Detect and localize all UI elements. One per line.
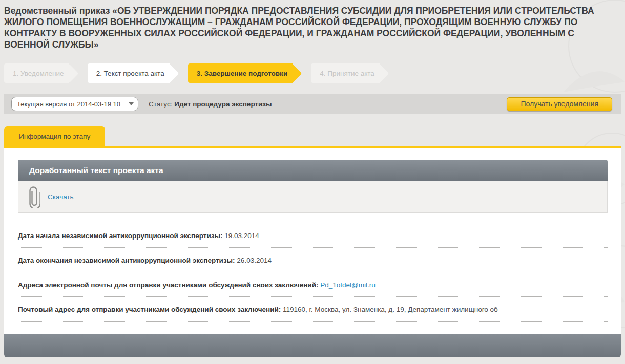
field-expertise-end-date: Дата окончания независимой антикоррупцио… — [18, 248, 608, 272]
step-act-adoption: 4. Принятие акта — [311, 63, 380, 83]
step-label: 2. Текст проекта акта — [96, 70, 164, 77]
field-label: Адреса электронной почты для отправки уч… — [18, 281, 320, 289]
field-label: Дата окончания независимой антикоррупцио… — [18, 256, 237, 264]
tab-row: Информация по этапу — [4, 126, 621, 146]
status-label: Статус: — [149, 100, 174, 108]
email-link[interactable]: Pd_1otdel@mil.ru — [320, 281, 376, 289]
field-value: 119160, г. Москва, ул. Знаменка, д. 19, … — [283, 306, 498, 313]
status-value: Идет процедура экспертизы — [174, 100, 272, 108]
paperclip-icon — [28, 186, 40, 208]
field-expertise-start-date: Дата начала независимой антикоррупционно… — [18, 223, 608, 248]
steps-progress-bar: 1. Уведомление 2. Текст проекта акта 3. … — [4, 63, 621, 83]
step-label: 4. Принятие акта — [320, 70, 374, 77]
step-act-text[interactable]: 2. Текст проекта акта — [88, 63, 170, 83]
footer-bar — [4, 334, 621, 357]
section-header-title: Доработанный текст проекта акта — [29, 166, 163, 175]
download-link[interactable]: Скачать — [48, 193, 74, 201]
status-text: Статус: Идет процедура экспертизы — [149, 100, 272, 108]
subscribe-notifications-button[interactable]: Получать уведомления — [507, 97, 612, 111]
field-label: Дата начала независимой антикоррупционно… — [18, 232, 224, 240]
field-postal-address: Почтовый адрес для отправки участниками … — [18, 297, 608, 322]
tab-label: Информация по этапу — [19, 133, 90, 140]
stage-content-card: Доработанный текст проекта акта Скачать … — [4, 146, 621, 334]
section-header: Доработанный текст проекта акта — [18, 160, 608, 181]
page-title: Ведомственный приказ «ОБ УТВЕРЖДЕНИИ ПОР… — [4, 5, 603, 50]
step-label: 3. Завершение подготовки — [197, 70, 288, 77]
field-label: Почтовый адрес для отправки участниками … — [18, 306, 283, 313]
field-feedback-email: Адреса электронной почты для отправки уч… — [18, 272, 608, 297]
field-value: 19.03.2014 — [224, 232, 259, 240]
attachment-row: Скачать — [18, 181, 608, 213]
fields-list: Дата начала независимой антикоррупционно… — [18, 223, 608, 322]
status-bar: Текущая версия от 2014-03-19 10 Статус: … — [4, 94, 621, 114]
page-viewport: Ведомственный приказ «ОБ УТВЕРЖДЕНИИ ПОР… — [0, 0, 625, 364]
step-notification: 1. Уведомление — [4, 63, 69, 83]
tab-stage-information[interactable]: Информация по этапу — [4, 126, 105, 146]
field-value: 26.03.2014 — [237, 256, 272, 264]
chevron-down-icon — [129, 102, 134, 105]
step-preparation-completion[interactable]: 3. Завершение подготовки — [188, 63, 293, 83]
version-select-value: Текущая версия от 2014-03-19 10 — [17, 100, 127, 108]
version-select[interactable]: Текущая версия от 2014-03-19 10 — [11, 97, 138, 111]
step-label: 1. Уведомление — [13, 70, 64, 77]
